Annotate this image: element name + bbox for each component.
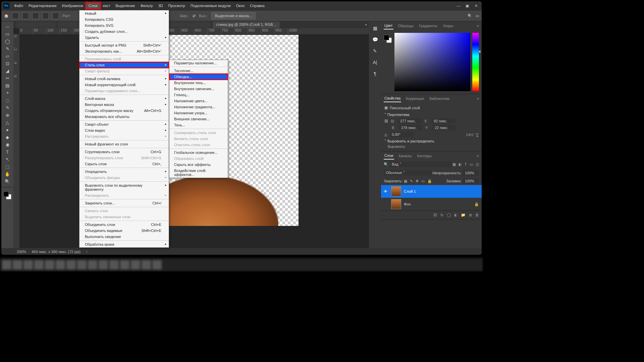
menu-3d[interactable]: 3D <box>156 2 166 9</box>
menu-item[interactable]: Создать дубликат слоя... <box>79 28 169 35</box>
filter-smart-icon[interactable]: ◫ <box>476 162 479 167</box>
section-align[interactable]: ˅ Выровнять и распределить <box>384 139 478 143</box>
panel-tab[interactable]: Цвет <box>384 22 393 29</box>
menu-слои[interactable]: Слои <box>86 2 100 9</box>
panel-tab[interactable]: Градиенты <box>418 22 438 29</box>
panel-tab[interactable]: Контуры <box>417 153 432 159</box>
menu-item[interactable]: Скрыть слоиCtrl+, <box>79 161 169 167</box>
tool-button[interactable]: T <box>3 148 12 156</box>
layer-row[interactable]: Фон 🔒 <box>381 198 482 210</box>
tool-button[interactable]: ◢ <box>3 67 12 74</box>
submenu-item[interactable]: Наложение цвета... <box>169 98 228 104</box>
panel-menu-icon[interactable]: ≡ <box>477 154 479 158</box>
menu-екст[interactable]: екст <box>100 2 113 9</box>
menu-просмотр[interactable]: Просмотр <box>166 2 188 9</box>
width-value[interactable]: 277 пикс. <box>398 118 422 124</box>
new-layer-icon[interactable]: ⊞ <box>469 213 472 217</box>
submenu-item[interactable]: Параметры наложения... <box>169 60 228 66</box>
fill-value[interactable]: 100% <box>463 178 479 184</box>
menu-файл[interactable]: Файл <box>11 2 26 9</box>
os-taskbar[interactable] <box>0 258 483 272</box>
menu-item[interactable]: Копировать CSS <box>79 16 169 22</box>
x-value[interactable]: 92 пикс. <box>432 118 455 124</box>
shape-icon-2[interactable] <box>32 12 39 19</box>
document-tab-active[interactable]: стикер.jpg @ 200% (Слой 1, RGB/8#) *× <box>213 21 280 28</box>
layer-filter-dropdown[interactable]: Вид ˅ <box>390 162 451 167</box>
menu-item[interactable]: Выровнять слои по выделенному фрагменту <box>79 182 169 192</box>
link-wh-icon[interactable]: ⛓ <box>384 119 388 123</box>
search-icon[interactable]: 🔍 <box>384 162 388 167</box>
flip-h-icon[interactable]: ▷|◁ <box>467 132 473 137</box>
tool-button[interactable]: ◉ <box>3 141 12 148</box>
menu-item[interactable]: Сгруппировать слоиCtrl+G <box>79 149 169 155</box>
tool-button[interactable]: ⬚ <box>3 163 12 170</box>
lock-all-icon[interactable]: 🔒 <box>427 179 432 183</box>
group-icon[interactable]: 📁 <box>461 213 466 217</box>
select-and-mask-button[interactable]: Выделение и маска... <box>211 12 256 19</box>
height-value[interactable]: 278 пикс. <box>399 125 423 130</box>
panel-tab[interactable]: Слои <box>384 152 394 160</box>
tool-button[interactable]: ✋ <box>3 170 12 178</box>
menu-item[interactable]: Слой-маска <box>79 96 169 102</box>
panel-menu-icon[interactable]: ≡ <box>477 97 479 101</box>
menu-item[interactable]: Закрепить слои...Ctrl+/ <box>79 200 169 206</box>
tool-button[interactable]: ⌖ <box>3 89 12 97</box>
submenu-item[interactable]: Воздействие слой-эффектов... <box>169 168 228 178</box>
filter-shape-icon[interactable]: ▭ <box>470 162 473 167</box>
home-icon[interactable]: 🏠 <box>4 14 9 18</box>
zoom-level[interactable]: 200% <box>17 250 26 254</box>
shape-icon-4[interactable] <box>52 12 59 19</box>
tool-button[interactable]: ● <box>3 126 12 133</box>
tool-button[interactable]: 🔍 <box>3 178 12 185</box>
blend-mode-dropdown[interactable]: Обычные ˅ <box>384 170 431 176</box>
layer-name[interactable]: Слой 1 <box>404 189 416 193</box>
submenu-item[interactable]: Обводка... <box>169 74 228 80</box>
adjustment-layer-icon[interactable]: ◐ <box>454 213 458 217</box>
submenu-item[interactable]: Тиснение... <box>169 68 228 74</box>
close-button[interactable]: ✕ <box>472 4 480 8</box>
menu-подключаемые модули[interactable]: Подключаемые модули <box>188 2 233 9</box>
submenu-item[interactable]: Наложение узора... <box>169 110 228 116</box>
menu-item[interactable]: Слои видео <box>79 127 169 133</box>
submenu-item[interactable]: Внутренняя тень... <box>169 80 228 86</box>
menu-item[interactable]: Векторная маска <box>79 102 169 108</box>
tabs-overflow-icon[interactable]: » <box>363 21 369 28</box>
panel-tab[interactable]: Коррекция <box>405 95 425 102</box>
menu-item[interactable]: Создать обтравочную маскуAlt+Ctrl+G <box>79 108 169 114</box>
panel-tab[interactable]: Каналы <box>398 153 413 159</box>
menu-item[interactable]: Новый слой-заливка <box>79 76 169 82</box>
comments-icon[interactable]: 💬 <box>372 36 378 43</box>
menu-item[interactable]: Обработка краев <box>79 241 169 247</box>
menu-редактирование[interactable]: Редактирование <box>26 2 59 9</box>
lock-trans-icon[interactable]: ▦ <box>404 179 407 183</box>
panel-tab[interactable]: Свойства <box>384 95 401 102</box>
menu-фильтр[interactable]: Фильтр <box>138 2 156 9</box>
flip-v-icon[interactable]: ▽̲ <box>476 132 478 137</box>
delete-layer-icon[interactable]: 🗑 <box>475 213 479 217</box>
swap-wh-icon[interactable]: ⇄ <box>193 14 196 18</box>
tool-button[interactable]: ▱ <box>3 52 12 60</box>
tool-button[interactable]: ✎ <box>3 45 12 52</box>
menu-item[interactable]: Стиль слоя <box>79 62 169 68</box>
y-value[interactable]: 22 пикс. <box>433 125 456 130</box>
submenu-item[interactable]: Внешнее свечение... <box>169 116 228 122</box>
menu-item[interactable]: Новый <box>79 10 169 16</box>
menu-item[interactable]: Новый корректирующий слой <box>79 82 169 88</box>
tool-button[interactable]: ↔ <box>3 23 12 30</box>
menu-item[interactable]: Экспортировать как...Alt+Shift+Ctrl+' <box>79 48 169 54</box>
lock-pixels-icon[interactable]: ✎ <box>410 179 413 183</box>
lock-position-icon[interactable]: ✥ <box>416 179 419 183</box>
tool-button[interactable]: ▭ <box>3 30 12 38</box>
menu-item[interactable]: Удалить <box>79 35 169 41</box>
panel-tab[interactable]: Образцы <box>397 22 414 29</box>
tool-button[interactable]: ⊡ <box>3 60 12 67</box>
link-layers-icon[interactable]: ⛓ <box>433 213 437 217</box>
minimize-button[interactable]: — <box>454 4 463 8</box>
angle-value[interactable]: 0,00° <box>390 132 413 137</box>
visibility-icon[interactable]: 👁 <box>384 189 388 193</box>
status-chevron-icon[interactable]: 〉 <box>86 249 90 254</box>
color-field[interactable] <box>394 33 470 91</box>
menu-выделение[interactable]: Выделение <box>113 2 138 9</box>
tool-button[interactable]: ✂ <box>3 74 12 82</box>
panel-menu-icon[interactable]: ≡ <box>477 24 479 28</box>
